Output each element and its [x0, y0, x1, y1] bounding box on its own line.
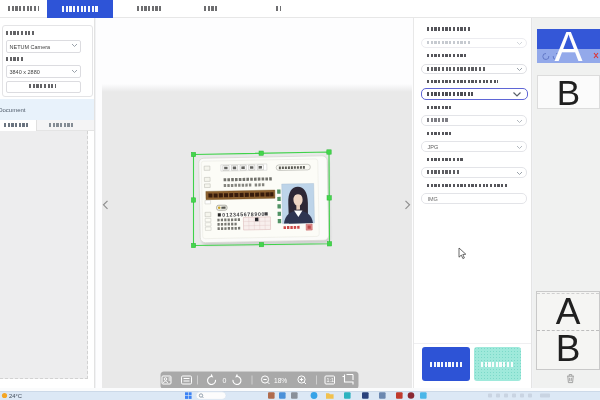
svg-text:24°C: 24°C	[9, 393, 22, 399]
svg-text:1:1: 1:1	[327, 377, 335, 383]
svg-text:0: 0	[223, 377, 227, 384]
svg-text:18%: 18%	[274, 376, 287, 383]
